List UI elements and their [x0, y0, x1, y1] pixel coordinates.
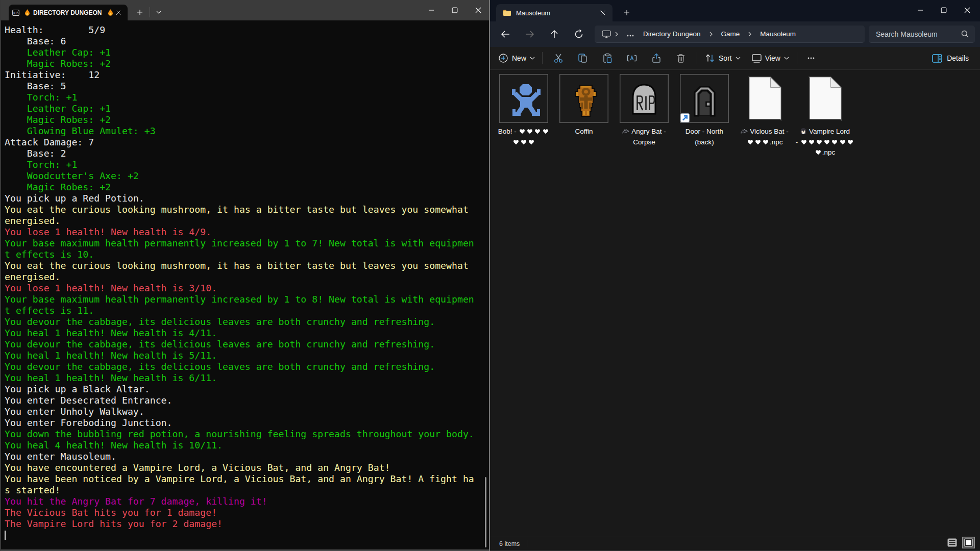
terminal-line: You eat the curious looking mushroom, it…	[5, 204, 481, 215]
terminal-line: energised.	[5, 215, 481, 227]
bat-emoji-icon	[741, 128, 748, 135]
heart-icon	[519, 129, 525, 134]
close-icon	[964, 7, 970, 13]
explorer-minimize-button[interactable]	[909, 0, 932, 20]
explorer-content[interactable]: Bob! - CoffinAngry Bat -CorpseDoor - Nor…	[490, 69, 980, 538]
terminal-line: You enter Desecrated Entrance.	[5, 395, 481, 406]
terminal-tab[interactable]: DIRECTORY DUNGEON	[9, 5, 128, 20]
delete-button[interactable]	[670, 49, 692, 67]
terminal-scrollbar-thumb[interactable]	[485, 477, 486, 547]
fire-emoji-icon	[107, 9, 114, 16]
terminal-line: Health: 5/9	[5, 24, 481, 36]
terminal-line: You enter Unholy Walkway.	[5, 406, 481, 417]
terminal-maximize-button[interactable]	[443, 0, 467, 20]
heart-icon	[534, 129, 541, 134]
terminal-tab-dropdown-button[interactable]	[152, 5, 165, 19]
vampire-emoji-icon	[800, 128, 807, 135]
file-item-6[interactable]: Vampire Lord- .npc	[800, 74, 849, 158]
up-button[interactable]	[546, 26, 563, 43]
commandbar-divider	[697, 52, 697, 64]
terminal-line: Magic Robes: +2	[5, 58, 481, 69]
terminal-line: Glowing Blue Amulet: +3	[5, 126, 481, 137]
details-button[interactable]: Details	[928, 49, 973, 67]
terminal-close-button[interactable]	[467, 0, 490, 20]
refresh-button[interactable]	[570, 26, 587, 43]
details-panel-icon	[932, 54, 942, 63]
delete-icon	[676, 53, 686, 63]
paste-icon	[602, 53, 612, 63]
thumbnail-view-toggle[interactable]	[959, 535, 977, 551]
door-file-icon	[680, 74, 729, 123]
thumbnail-view-icon	[962, 537, 975, 548]
search-placeholder: Search Mausoleum	[876, 30, 961, 38]
terminal-tab-close-button[interactable]	[114, 9, 122, 17]
back-button[interactable]	[497, 26, 514, 43]
terminal-line: You enter Mausoleum.	[5, 451, 481, 462]
file-file-icon	[740, 74, 789, 123]
fire-emoji-icon	[24, 9, 31, 16]
address-bar[interactable]: Directory Dungeon Game Mausoleum	[595, 26, 865, 43]
view-button-label: View	[765, 54, 780, 62]
explorer-close-button[interactable]	[955, 0, 979, 20]
new-button[interactable]: New	[495, 49, 538, 67]
paste-button[interactable]	[597, 49, 618, 67]
copy-button[interactable]	[572, 49, 594, 67]
terminal-line: The Vampire Lord hits you for 2 damage!	[5, 518, 481, 530]
file-item-3[interactable]: Angry Bat -Corpse	[620, 74, 669, 158]
breadcrumb-item[interactable]: Game	[717, 30, 745, 38]
explorer-maximize-button[interactable]	[932, 0, 955, 20]
forward-button[interactable]	[521, 26, 538, 43]
terminal-window: DIRECTORY DUNGEON Health: 5/9 Base: 6 Le…	[0, 0, 489, 551]
ellipsis-icon	[807, 57, 815, 59]
search-box[interactable]: Search Mausoleum	[869, 26, 975, 43]
file-item-4[interactable]: Door - North(back)	[680, 74, 729, 158]
breadcrumb-chevron-icon	[744, 32, 755, 37]
file-item-2[interactable]: Coffin	[559, 74, 608, 158]
terminal-output[interactable]: Health: 5/9 Base: 6 Leather Cap: +1 Magi…	[5, 24, 481, 541]
sort-button[interactable]: Sort	[701, 49, 745, 67]
sort-icon	[705, 54, 715, 63]
copy-icon	[578, 53, 588, 63]
terminal-line: You devour the cabbage, its delicious le…	[5, 339, 481, 350]
heart-icon	[747, 139, 753, 145]
breadcrumb-chevron-icon	[705, 32, 717, 37]
file-item-1[interactable]: Bob! -	[499, 74, 548, 158]
breadcrumb-item[interactable]: Mausoleum	[755, 30, 800, 38]
breadcrumb-ellipsis[interactable]	[622, 30, 639, 39]
terminal-line: You have encountered a Vampire Lord, a V…	[5, 462, 481, 473]
file-item-5[interactable]: Vicious Bat -.npc	[740, 74, 789, 158]
heart-icon	[847, 139, 853, 145]
heart-icon	[808, 139, 815, 145]
file-label: Door - North(back)	[674, 127, 734, 147]
view-icon	[752, 54, 762, 63]
list-view-icon	[947, 538, 957, 547]
terminal-line: Torch: +1	[5, 159, 481, 170]
heart-icon	[543, 129, 549, 134]
terminal-line: Magic Robes: +2	[5, 182, 481, 193]
terminal-minimize-button[interactable]	[420, 0, 443, 20]
chevron-down-icon	[784, 57, 789, 60]
see-more-button[interactable]	[802, 49, 820, 67]
cut-button[interactable]	[548, 49, 569, 67]
share-button[interactable]	[646, 49, 667, 67]
explorer-tab[interactable]: Mausoleum	[496, 4, 612, 21]
terminal-line: You devour the cabbage, its delicious le…	[5, 316, 481, 328]
terminal-line: You down the bubbling red potion, a nour…	[5, 429, 481, 440]
breadcrumb-item[interactable]: Directory Dungeon	[639, 30, 705, 38]
arrow-right-icon	[525, 30, 534, 38]
view-button[interactable]: View	[748, 49, 793, 67]
explorer-window: Mausoleum Directory Dungeon Game Mausole…	[489, 0, 980, 551]
terminal-line: You hit the Angry Bat for 7 damage, kill…	[5, 496, 481, 507]
heart-icon	[816, 139, 822, 145]
files-row: Bob! - CoffinAngry Bat -CorpseDoor - Nor…	[499, 74, 861, 158]
view-toggle-group	[945, 535, 977, 551]
details-view-toggle[interactable]	[945, 536, 959, 551]
terminal-new-tab-button[interactable]	[133, 5, 147, 19]
rename-button[interactable]	[621, 49, 643, 67]
terminal-line: You devour the cabbage, its delicious le…	[5, 361, 481, 372]
chevron-down-icon	[156, 11, 161, 14]
explorer-commandbar: New Sort View Details	[490, 47, 980, 69]
explorer-new-tab-button[interactable]	[620, 6, 633, 19]
explorer-tab-close-button[interactable]	[598, 8, 607, 17]
terminal-line: t effects is 11.	[5, 305, 481, 316]
